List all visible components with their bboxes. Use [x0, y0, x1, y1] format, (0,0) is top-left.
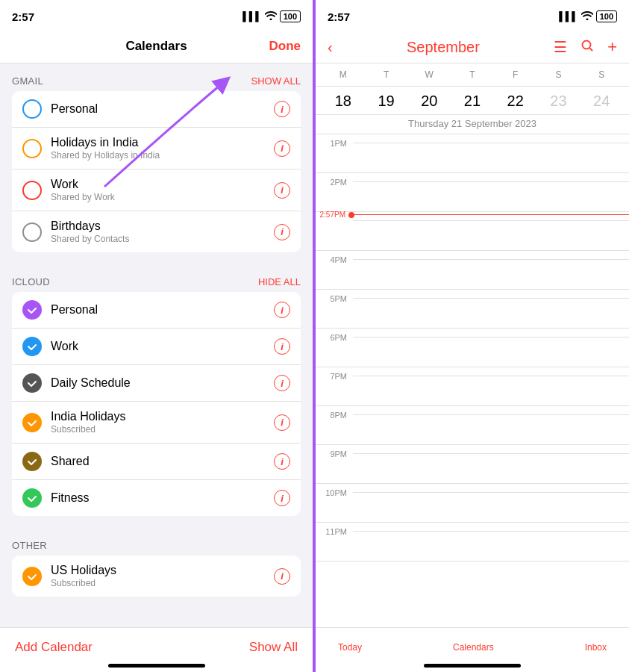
time-line [353, 376, 629, 376]
gmail-label: GMAIL [12, 75, 43, 87]
calendar-info: Work Shared by Work [51, 178, 265, 202]
calendar-content: GMAIL SHOW ALL Personal i Holidays in In… [0, 63, 313, 672]
svg-point-0 [583, 40, 591, 49]
list-item[interactable]: Personal i [12, 91, 301, 128]
info-button[interactable]: i [274, 414, 290, 431]
calendar-info: Personal [51, 102, 265, 116]
info-button[interactable]: i [274, 490, 290, 506]
list-item[interactable]: Birthdays Shared by Contacts i [12, 211, 301, 252]
work-icloud-dot [22, 337, 42, 356]
back-arrow-icon[interactable]: ‹ [328, 39, 333, 56]
birthdays-dot [22, 223, 42, 242]
date-24[interactable]: 24 [580, 91, 623, 111]
page-title: Calendars [125, 39, 187, 54]
shared-dot [22, 452, 42, 471]
icloud-hide-all[interactable]: HIDE ALL [258, 276, 301, 287]
right-panel: 2:57 ▌▌▌ 100 ‹ September ☰ + M T W T F S… [314, 0, 629, 672]
list-item[interactable]: India Holidays Subscribed i [12, 402, 301, 444]
add-icon[interactable]: + [607, 37, 617, 57]
time-line [353, 492, 629, 493]
list-icon[interactable]: ☰ [554, 38, 567, 56]
calendar-info: Personal [51, 303, 265, 317]
weekday-sun: S [580, 68, 623, 81]
info-button[interactable]: i [274, 568, 290, 585]
list-item[interactable]: Work Shared by Work i [12, 169, 301, 211]
wifi-icon [265, 11, 277, 22]
timeslot-8pm: 8PM [316, 406, 629, 445]
time-label-5pm: 5PM [316, 290, 353, 303]
nav-icons: ☰ + [554, 37, 617, 57]
time-label-1pm: 1PM [316, 134, 353, 148]
time-line [353, 143, 629, 143]
info-button[interactable]: i [274, 453, 290, 470]
time-slots[interactable]: 1PM 2PM 2:57PM 4PM 5PM [316, 134, 629, 627]
battery-icon: 100 [280, 10, 301, 22]
signal-icon: ▌▌▌ [242, 11, 262, 22]
date-23[interactable]: 23 [537, 91, 581, 111]
today-button[interactable]: Today [338, 642, 362, 653]
date-20[interactable]: 20 [407, 91, 451, 111]
holidays-india-dot [22, 139, 42, 158]
work-dot [22, 181, 42, 200]
timeslot-1pm: 1PM [316, 134, 629, 173]
left-panel: 2:57 ▌▌▌ 100 Calendars Done GMAIL SHOW A… [0, 0, 314, 672]
time-line [353, 337, 629, 337]
date-18[interactable]: 18 [322, 91, 365, 111]
timeslot-5pm: 5PM [316, 290, 629, 329]
info-button[interactable]: i [274, 375, 290, 391]
add-calendar-button[interactable]: Add Calendar [15, 640, 93, 655]
date-21[interactable]: 21 [451, 91, 494, 111]
gmail-section-header: GMAIL SHOW ALL [0, 63, 313, 91]
calendar-subtitle: Shared by Work [51, 192, 265, 202]
icloud-label: ICLOUD [12, 276, 50, 287]
done-button[interactable]: Done [269, 39, 301, 54]
calendar-name: US Holidays [51, 564, 265, 577]
time-line [353, 531, 629, 532]
timeslot-3pm-wrapper: 2:57PM [316, 212, 629, 251]
info-button[interactable]: i [274, 140, 290, 157]
list-item[interactable]: Daily Schedule i [12, 365, 301, 402]
us-holidays-dot [22, 567, 42, 586]
date-19[interactable]: 19 [365, 91, 408, 111]
time-label-10pm: 10PM [316, 484, 353, 497]
calendars-button[interactable]: Calendars [453, 642, 494, 653]
week-header: M T W T F S S [316, 63, 629, 87]
india-holidays-icloud-dot [22, 413, 42, 432]
time-label-11pm: 11PM [316, 523, 353, 536]
other-label: OTHER [12, 540, 47, 551]
gmail-calendar-list: Personal i Holidays in India Shared by H… [12, 91, 301, 252]
list-item[interactable]: US Holidays Subscribed i [12, 556, 301, 597]
fitness-dot [22, 488, 42, 508]
info-button[interactable]: i [274, 224, 290, 240]
date-22[interactable]: 22 [494, 91, 537, 111]
search-icon[interactable] [581, 39, 594, 56]
timeslot-7pm: 7PM [316, 367, 629, 406]
calendar-name: Personal [51, 102, 265, 116]
current-time-bar [354, 214, 629, 216]
list-item[interactable]: Fitness i [12, 480, 301, 516]
status-bar-left: 2:57 ▌▌▌ 100 [0, 0, 313, 33]
weekday-mon: M [322, 68, 365, 81]
info-button[interactable]: i [274, 302, 290, 318]
weekday-sat: S [537, 68, 581, 81]
list-item[interactable]: Personal i [12, 292, 301, 329]
list-item[interactable]: Holidays in India Shared by Holidays in … [12, 128, 301, 169]
battery-icon-right: 100 [596, 10, 617, 22]
inbox-button[interactable]: Inbox [585, 642, 607, 653]
status-icons-right: ▌▌▌ 100 [559, 10, 617, 22]
list-item[interactable]: Shared i [12, 444, 301, 480]
list-item[interactable]: Work i [12, 329, 301, 365]
info-button[interactable]: i [274, 182, 290, 199]
time-label-6pm: 6PM [316, 329, 353, 342]
status-bar-right: 2:57 ▌▌▌ 100 [316, 0, 629, 33]
month-title[interactable]: September [407, 39, 480, 56]
weekday-wed: W [407, 68, 451, 81]
gmail-show-all[interactable]: SHOW ALL [251, 75, 301, 87]
personal-icloud-dot [22, 300, 42, 320]
show-all-button[interactable]: Show All [249, 640, 298, 655]
info-button[interactable]: i [274, 338, 290, 355]
info-button[interactable]: i [274, 101, 290, 117]
timeslot-2pm: 2PM [316, 173, 629, 212]
calendar-name: India Holidays [51, 410, 265, 423]
weekday-tue: T [365, 68, 408, 81]
